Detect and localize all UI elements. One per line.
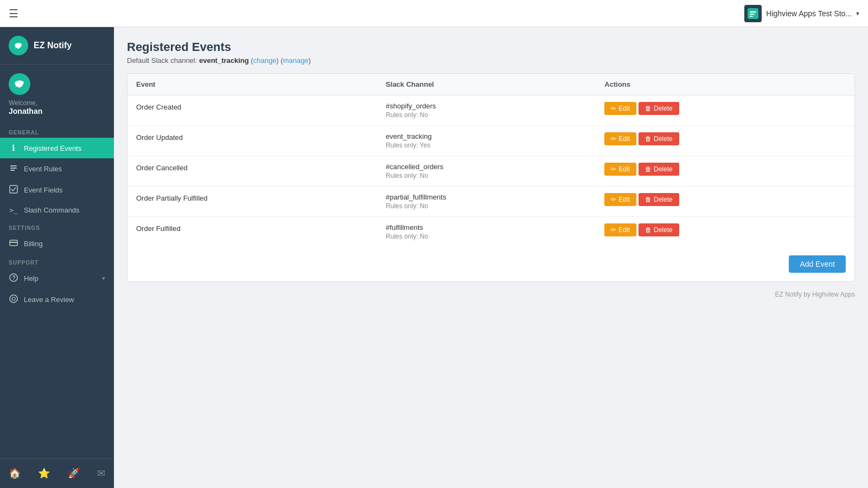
channel-name: #shopify_orders [386, 102, 587, 110]
table-footer: Add Event [127, 247, 854, 281]
change-link[interactable]: change [253, 56, 277, 65]
main-content: Registered Events Default Slack channel:… [114, 27, 868, 488]
section-label-settings: SETTINGS [0, 220, 114, 233]
trash-icon: 🗑 [645, 105, 652, 112]
event-cell: Order Partially Fulfilled [127, 187, 377, 217]
table-row: Order Fulfilled #fulfillments Rules only… [127, 217, 854, 247]
sidebar-item-event-rules[interactable]: Event Rules [0, 158, 114, 179]
event-name: Order Fulfilled [136, 224, 181, 233]
events-table: Event Slack Channel Actions Order Create… [127, 74, 854, 247]
sidebar-item-event-fields[interactable]: Event Fields [0, 179, 114, 201]
trash-icon: 🗑 [645, 226, 652, 234]
channel-cell: event_tracking Rules only: Yes [377, 126, 596, 156]
chevron-down-icon: ▾ [856, 10, 859, 17]
trash-icon: 🗑 [645, 196, 652, 203]
sidebar-item-leave-review[interactable]: Leave a Review [0, 289, 114, 310]
store-avatar [744, 5, 762, 22]
edit-button[interactable]: ✏ Edit [604, 193, 636, 206]
svg-rect-1 [750, 11, 756, 12]
hamburger-icon[interactable]: ☰ [9, 7, 18, 20]
page-header: Registered Events Default Slack channel:… [127, 40, 855, 65]
col-actions: Actions [596, 74, 854, 95]
rules-only: Rules only: No [386, 111, 587, 119]
delete-button[interactable]: 🗑 Delete [639, 193, 679, 206]
section-label-general: GENERAL [0, 124, 114, 138]
svg-rect-11 [10, 242, 17, 243]
sidebar-item-label: Leave a Review [24, 296, 74, 304]
sidebar-item-label: Registered Events [24, 144, 81, 152]
info-icon: ℹ [9, 143, 18, 153]
svg-rect-6 [10, 165, 17, 166]
svg-rect-8 [10, 170, 15, 171]
pencil-icon: ✏ [611, 226, 616, 234]
sidebar-item-label: Help [24, 274, 39, 282]
rules-only: Rules only: No [386, 233, 587, 240]
actions-cell: ✏ Edit 🗑 Delete [596, 126, 854, 156]
table-row: Order Partially Fulfilled #partial_fulfi… [127, 187, 854, 217]
actions-cell: ✏ Edit 🗑 Delete [596, 95, 854, 126]
rocket-footer-icon[interactable]: 🚀 [63, 463, 84, 484]
actions-cell: ✏ Edit 🗑 Delete [596, 156, 854, 187]
edit-button[interactable]: ✏ Edit [604, 102, 636, 115]
pencil-icon: ✏ [611, 165, 616, 173]
svg-text:?: ? [12, 275, 16, 281]
delete-button[interactable]: 🗑 Delete [639, 223, 679, 236]
add-event-button[interactable]: Add Event [789, 255, 846, 273]
list-icon [9, 164, 18, 174]
pencil-icon: ✏ [611, 135, 616, 143]
page-title: Registered Events [127, 40, 855, 54]
store-selector[interactable]: Highview Apps Test Sto... ▾ [744, 5, 859, 22]
delete-button[interactable]: 🗑 Delete [639, 163, 679, 176]
sidebar-header: EZ Notify [0, 27, 114, 65]
channel-name: #cancelled_orders [386, 163, 587, 171]
sidebar-item-help[interactable]: ? Help ▾ [0, 268, 114, 289]
channel-cell: #cancelled_orders Rules only: No [377, 156, 596, 187]
table-row: Order Updated event_tracking Rules only:… [127, 126, 854, 156]
channel-name: #fulfillments [386, 223, 587, 232]
help-icon: ? [9, 273, 18, 284]
review-icon [9, 294, 18, 305]
sidebar-item-registered-events[interactable]: ℹ Registered Events [0, 138, 114, 158]
welcome-label: Welcome, [9, 99, 105, 107]
user-avatar [9, 73, 30, 95]
slash-icon: >_ [9, 206, 18, 214]
svg-rect-2 [750, 14, 755, 15]
sidebar-item-label: Event Rules [24, 165, 62, 173]
channel-cell: #partial_fulfillments Rules only: No [377, 187, 596, 217]
channel-cell: #shopify_orders Rules only: No [377, 95, 596, 126]
rules-only: Rules only: Yes [386, 142, 587, 149]
actions-cell: ✏ Edit 🗑 Delete [596, 187, 854, 217]
app-logo [9, 36, 28, 55]
svg-rect-3 [750, 16, 753, 17]
help-chevron-icon: ▾ [102, 275, 105, 282]
table-row: Order Created #shopify_orders Rules only… [127, 95, 854, 126]
event-cell: Order Created [127, 95, 377, 126]
rules-only: Rules only: No [386, 172, 587, 179]
edit-button[interactable]: ✏ Edit [604, 223, 636, 236]
star-footer-icon[interactable]: ⭐ [34, 463, 54, 484]
edit-button[interactable]: ✏ Edit [604, 132, 636, 145]
event-name: Order Created [136, 103, 181, 111]
edit-button[interactable]: ✏ Edit [604, 163, 636, 176]
col-slack-channel: Slack Channel [377, 74, 596, 95]
mail-footer-icon[interactable]: ✉ [93, 463, 110, 484]
sidebar-item-billing[interactable]: Billing [0, 233, 114, 254]
event-name: Order Partially Fulfilled [136, 194, 208, 202]
channel-cell: #fulfillments Rules only: No [377, 217, 596, 247]
topbar: ☰ Highview Apps Test Sto... ▾ [0, 0, 868, 27]
actions-cell: ✏ Edit 🗑 Delete [596, 217, 854, 247]
channel-name: #partial_fulfillments [386, 193, 587, 201]
sidebar-user: Welcome, Jonathan [0, 65, 114, 124]
rules-only: Rules only: No [386, 202, 587, 210]
event-cell: Order Updated [127, 126, 377, 156]
delete-button[interactable]: 🗑 Delete [639, 102, 679, 115]
manage-link[interactable]: manage [283, 56, 309, 65]
delete-button[interactable]: 🗑 Delete [639, 132, 679, 145]
home-footer-icon[interactable]: 🏠 [4, 463, 25, 484]
sidebar-item-slash-commands[interactable]: >_ Slash Commands [0, 201, 114, 220]
table-header-row: Event Slack Channel Actions [127, 74, 854, 95]
svg-rect-9 [10, 185, 17, 193]
svg-point-15 [12, 297, 15, 300]
svg-point-14 [10, 295, 17, 303]
store-name-label: Highview Apps Test Sto... [766, 9, 852, 18]
